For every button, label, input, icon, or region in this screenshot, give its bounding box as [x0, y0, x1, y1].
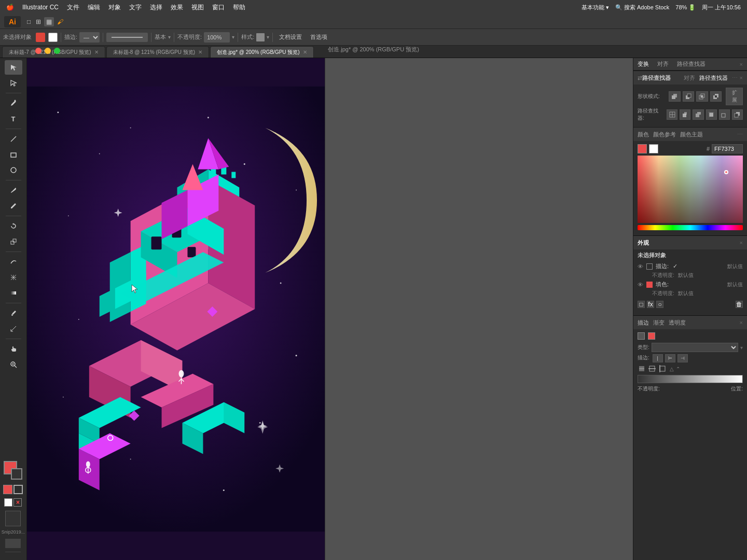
transform-tab[interactable]: 变换	[638, 60, 649, 68]
type-chevron[interactable]: ▾	[740, 345, 743, 351]
fill-color-swatch[interactable]	[36, 33, 45, 42]
transparency-tab[interactable]: 透明度	[669, 319, 686, 327]
stock-search[interactable]: 🔍 搜索 Adobe Stock	[615, 4, 670, 11]
hex-input[interactable]	[712, 144, 743, 153]
close-btn[interactable]	[35, 48, 42, 54]
hue-slider[interactable]	[638, 225, 743, 230]
fg-bg-colors[interactable]	[4, 461, 22, 480]
tab-3-close[interactable]: ✕	[303, 49, 307, 55]
stroke-mini[interactable]	[13, 485, 23, 494]
menu-type[interactable]: 文字	[129, 3, 142, 12]
minus-front-btn[interactable]	[683, 91, 695, 102]
stroke-btn-1[interactable]: |	[653, 354, 663, 362]
stroke-btn-2[interactable]: ⊢	[665, 354, 675, 362]
line-tool[interactable]	[5, 132, 22, 146]
menu-window[interactable]: 窗口	[212, 3, 225, 12]
fill-swatch-appear[interactable]	[646, 282, 653, 288]
color-ref-tab[interactable]: 颜色参考	[653, 131, 676, 138]
gradient-bar[interactable]	[638, 375, 743, 383]
stroke-swatch-appear[interactable]	[646, 263, 653, 270]
eyedropper-tool[interactable]	[5, 306, 22, 320]
pathfinder-panel-header[interactable]: ⇄ 路径查找器 对齐 路径查找器 ⋯ ×	[633, 71, 747, 85]
tab-2-close[interactable]: ✕	[198, 49, 202, 55]
color-gradient-box[interactable]	[638, 156, 743, 223]
unite-btn[interactable]	[669, 91, 681, 102]
prefs-btn[interactable]: 首选项	[307, 32, 330, 42]
tab-3[interactable]: 创造.jpg* @ 200% (RGB/GPU 预览) ✕	[210, 46, 314, 58]
app-name[interactable]: Illustrator CC	[22, 4, 59, 11]
color-theme-tab[interactable]: 颜色主题	[680, 131, 703, 138]
gradient-tool[interactable]	[5, 286, 22, 300]
fg-swatch[interactable]	[638, 144, 647, 153]
trim-btn[interactable]	[680, 109, 690, 120]
rect-tool[interactable]	[5, 147, 22, 162]
arrange-btn[interactable]: ▦	[44, 17, 54, 26]
stroke-white-mini[interactable]	[638, 332, 645, 340]
align-icon-3[interactable]	[658, 365, 667, 373]
pathfinder-title-2[interactable]: 路径查找器	[699, 74, 728, 82]
panel-close[interactable]: ×	[740, 75, 743, 81]
gradient-tab[interactable]: 渐变	[653, 319, 665, 327]
tab-1-close[interactable]: ✕	[94, 49, 99, 55]
background-color[interactable]	[11, 468, 22, 480]
color-tab[interactable]: 颜色	[638, 131, 649, 138]
menu-help[interactable]: 帮助	[233, 3, 245, 12]
appear-trash-btn[interactable]: 🗑	[736, 301, 743, 308]
doc-settings-btn[interactable]: 文档设置	[276, 32, 305, 42]
color-cursor[interactable]	[724, 170, 728, 174]
select-tool[interactable]	[5, 60, 22, 75]
scale-tool[interactable]	[5, 234, 22, 249]
align-icon-2[interactable]	[648, 365, 656, 373]
brush-tool[interactable]	[5, 183, 22, 198]
pencil-tool[interactable]	[5, 199, 22, 213]
panel-options-btn[interactable]: ⋯	[732, 75, 738, 81]
paint-btn[interactable]: 🖌	[55, 17, 65, 26]
exclude-btn[interactable]	[710, 91, 722, 102]
maximize-btn[interactable]	[54, 48, 60, 54]
crop-btn[interactable]	[706, 109, 717, 120]
measure-tool[interactable]	[5, 321, 22, 336]
align-title[interactable]: 对齐	[684, 74, 695, 82]
transform-panel-close[interactable]: ×	[740, 61, 743, 67]
stroke-red-mini[interactable]	[648, 332, 655, 340]
type-select[interactable]	[652, 343, 738, 352]
warp-tool[interactable]	[5, 255, 22, 269]
opacity-input[interactable]	[204, 32, 230, 43]
apple-menu[interactable]: 🍎	[6, 4, 14, 11]
color-panel-options[interactable]: ⋯	[737, 131, 743, 138]
stroke-section-close[interactable]: ×	[740, 319, 743, 326]
zoom-tool[interactable]	[5, 357, 22, 372]
menu-view[interactable]: 视图	[191, 3, 204, 12]
align-icon-1[interactable]	[638, 365, 646, 373]
intersect-btn[interactable]	[696, 91, 708, 102]
pathfinder-tab[interactable]: 路径查找器	[677, 60, 706, 68]
tab-2[interactable]: 未标题-8 @ 121% (RGB/GPU 预览) ✕	[106, 46, 210, 58]
hand-tool[interactable]	[5, 342, 22, 356]
expand-btn[interactable]: 扩展	[726, 88, 743, 105]
menu-effect[interactable]: 效果	[171, 3, 183, 12]
open-btn[interactable]: ⊞	[34, 17, 43, 26]
direct-select-tool[interactable]	[5, 76, 22, 90]
canvas-area[interactable]	[27, 58, 633, 560]
stroke-tab[interactable]: 描边	[638, 319, 649, 327]
type-tool[interactable]: T	[5, 111, 22, 126]
minus-back-btn[interactable]	[732, 109, 743, 120]
menu-select[interactable]: 选择	[150, 3, 162, 12]
workspace-switcher[interactable]: 基本功能 ▾	[582, 4, 609, 11]
pen-tool[interactable]	[5, 96, 22, 110]
ellipse-tool[interactable]	[5, 163, 22, 177]
menu-edit[interactable]: 编辑	[88, 3, 100, 12]
bg-swatch[interactable]	[649, 144, 658, 153]
align-tab[interactable]: 对齐	[657, 60, 669, 68]
merge-btn[interactable]	[693, 109, 703, 120]
fill-mini[interactable]	[3, 485, 12, 494]
appear-square-btn[interactable]: □	[638, 301, 645, 308]
eye-icon-2[interactable]: 👁	[638, 282, 643, 288]
no-color-btn[interactable]: ×	[13, 498, 22, 507]
stroke-swatch[interactable]	[48, 33, 58, 42]
color-btn[interactable]	[4, 498, 12, 507]
new-doc-btn[interactable]: □	[25, 17, 33, 26]
divide-btn[interactable]	[667, 109, 677, 120]
stroke-weight-select[interactable]: —	[79, 32, 100, 43]
outline-btn[interactable]	[719, 109, 730, 120]
